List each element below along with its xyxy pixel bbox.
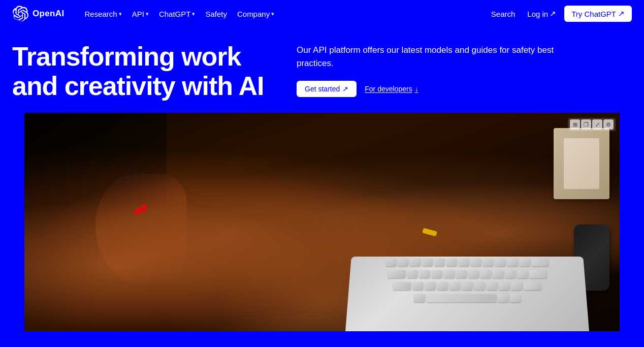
toolbar-icon-grid[interactable]: ⊞ — [570, 119, 580, 130]
nav-item-company[interactable]: Company ▾ — [233, 7, 278, 21]
nav-label-company: Company — [237, 10, 270, 18]
chevron-down-icon: ▾ — [146, 11, 149, 17]
chevron-down-icon: ▾ — [119, 11, 122, 17]
hero-image-wrapper: ⊞ ❐ ⤢ ⚙ — [24, 113, 620, 331]
keyboard-key — [474, 282, 485, 290]
hero-title: Transforming work and creativity with AI — [12, 42, 276, 101]
keyboard-key — [446, 259, 457, 267]
nav-item-safety[interactable]: Safety — [201, 7, 231, 21]
navbar-right: Search Log in ↗ Try ChatGPT ↗ — [487, 6, 632, 22]
nav-item-api[interactable]: API ▾ — [128, 7, 153, 21]
keyboard-key — [507, 259, 518, 267]
nav-label-research: Research — [85, 10, 117, 18]
keyboard-key — [419, 270, 430, 278]
keyboard-key — [449, 282, 460, 290]
arrow-down-icon: ↓ — [415, 85, 418, 93]
keyboard-key — [393, 282, 411, 290]
keyboard-key — [499, 282, 510, 290]
keyboard-key — [437, 282, 448, 290]
toolbar-icon-settings[interactable]: ⚙ — [603, 119, 614, 130]
keyboard-key — [519, 259, 530, 267]
logo-link[interactable]: OpenAI — [12, 6, 65, 22]
keyboard-key — [495, 259, 505, 267]
login-button[interactable]: Log in ↗ — [523, 6, 560, 21]
keyboard-key — [414, 294, 425, 303]
hero-image-section: ⊞ ❐ ⤢ ⚙ — [0, 113, 644, 331]
keyboard-key — [529, 270, 546, 278]
keyboard-key — [385, 259, 397, 267]
hero-subtitle: Our API platform offers our latest model… — [297, 44, 581, 70]
keyboard-key — [511, 282, 522, 290]
hero-right: Our API platform offers our latest model… — [297, 42, 632, 101]
keyboard-key — [504, 270, 516, 278]
keyboard-key — [509, 294, 521, 303]
keyboard-key — [531, 259, 549, 267]
keyboard-key — [431, 270, 442, 278]
toolbar-icon-copy[interactable]: ❐ — [581, 119, 591, 130]
keyboard-key — [523, 282, 541, 290]
keyboard-key — [468, 270, 478, 278]
laptop-visual — [335, 230, 589, 331]
keyboard-key — [459, 259, 469, 267]
keyboard-key — [388, 270, 405, 278]
get-started-label: Get started — [305, 85, 340, 93]
login-label: Log in — [527, 10, 548, 18]
keyboard-key — [517, 270, 528, 278]
keyboard-key — [443, 270, 454, 278]
book-detail — [554, 128, 609, 199]
arrow-icon: ↗ — [342, 85, 348, 93]
keyboard-key — [425, 282, 436, 290]
for-developers-label: For developers — [365, 85, 412, 93]
keyboard-key — [412, 282, 424, 290]
nav-item-research[interactable]: Research ▾ — [81, 7, 126, 21]
navbar-left: OpenAI Research ▾ API ▾ ChatGPT ▾ Safety… — [12, 6, 278, 22]
keyboard-key — [407, 270, 418, 278]
openai-logo-icon — [12, 6, 28, 22]
search-button[interactable]: Search — [487, 7, 520, 21]
logo-text: OpenAI — [33, 9, 65, 19]
nav-links: Research ▾ API ▾ ChatGPT ▾ Safety Compan… — [81, 7, 279, 21]
keyboard-key — [434, 259, 445, 267]
toolbar-icon-expand[interactable]: ⤢ — [592, 119, 602, 130]
keyboard-key — [497, 294, 508, 303]
keyboard-key — [487, 282, 498, 290]
hero-section: Transforming work and creativity with AI… — [0, 27, 644, 113]
arrow-icon: ↗ — [618, 9, 625, 18]
keyboard-surface — [345, 257, 589, 332]
keyboard-key — [482, 259, 493, 267]
keyboard-key — [398, 259, 409, 267]
for-developers-button[interactable]: For developers ↓ — [363, 81, 420, 97]
get-started-button[interactable]: Get started ↗ — [297, 81, 357, 97]
keyboard-key — [462, 282, 472, 290]
chevron-down-icon: ▾ — [192, 11, 195, 17]
keyboard-key — [410, 259, 421, 267]
keyboard-key — [480, 270, 491, 278]
nav-label-safety: Safety — [205, 10, 227, 18]
keyboard-key — [422, 259, 433, 267]
nav-label-api: API — [132, 10, 144, 18]
navbar: OpenAI Research ▾ API ▾ ChatGPT ▾ Safety… — [0, 0, 644, 27]
keyboard-spacebar — [426, 294, 496, 303]
hero-buttons: Get started ↗ For developers ↓ — [297, 81, 632, 97]
image-toolbar: ⊞ ❐ ⤢ ⚙ — [568, 118, 616, 131]
cta-label: Try ChatGPT — [571, 10, 616, 18]
nav-item-chatgpt[interactable]: ChatGPT ▾ — [155, 7, 200, 21]
hero-image-background — [24, 113, 620, 331]
keyboard-key — [471, 259, 481, 267]
external-link-icon: ↗ — [550, 9, 556, 18]
keyboard-key — [456, 270, 466, 278]
keyboard-key — [492, 270, 503, 278]
try-chatgpt-button[interactable]: Try ChatGPT ↗ — [564, 6, 632, 22]
chevron-down-icon: ▾ — [271, 11, 274, 17]
nav-label-chatgpt: ChatGPT — [159, 10, 191, 18]
hero-left: Transforming work and creativity with AI — [12, 42, 297, 101]
